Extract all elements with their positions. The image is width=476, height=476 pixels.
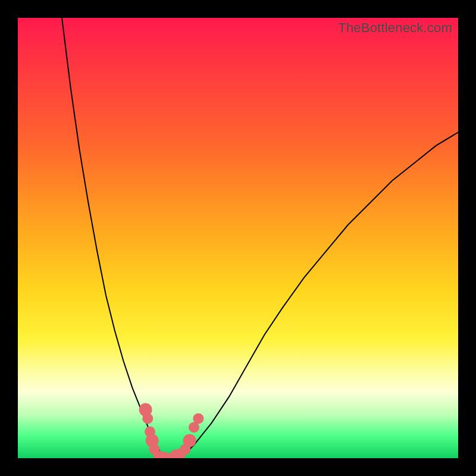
marker-cluster: [139, 403, 204, 458]
left-curve: [62, 18, 163, 458]
marker-point: [193, 413, 203, 424]
chart-frame: TheBottleneck.com: [0, 0, 476, 476]
marker-point: [142, 413, 153, 424]
plot-area: TheBottleneck.com: [18, 18, 458, 458]
right-curve: [181, 132, 458, 458]
chart-svg: [18, 18, 458, 458]
marker-point: [183, 434, 196, 447]
